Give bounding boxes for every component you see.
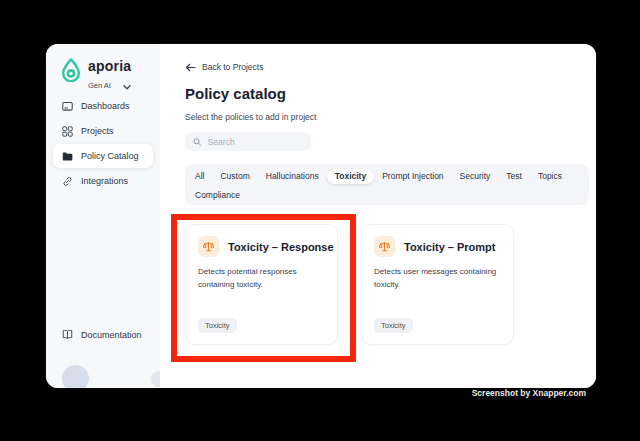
page-title: Policy catalog [185,85,286,102]
tab-prompt-injection[interactable]: Prompt Injection [374,169,451,184]
tab-security[interactable]: Security [452,169,499,184]
workspace-name: Gen AI [88,81,111,90]
sidebar: aporia Gen AI Dashboards [46,44,160,388]
book-icon [62,329,73,340]
card-tag-toxicity: Toxicity [374,318,413,333]
back-to-projects-link[interactable]: Back to Projects [185,62,263,72]
policy-card-toxicity-prompt[interactable]: Toxicity – Prompt Detects user messages … [361,224,514,345]
aporia-logo-icon [61,58,81,86]
workspace-switcher[interactable]: Gen AI [88,76,131,94]
scales-icon [374,236,395,257]
search-icon [193,137,202,147]
main-content: Back to Projects Policy catalog Select t… [160,44,596,388]
sidebar-item-label: Policy Catalog [81,151,139,161]
sidebar-item-label: Dashboards [81,101,130,111]
documentation-label: Documentation [81,330,142,340]
watermark-text: Screenshot by Xnapper.com [472,388,586,398]
brand-name: aporia [88,58,131,74]
card-tag-toxicity: Toxicity [198,318,237,333]
card-title: Toxicity – Prompt [404,241,495,253]
tab-custom[interactable]: Custom [212,169,257,184]
tab-toxicity[interactable]: Toxicity [327,169,375,184]
sidebar-nav: Dashboards Projects Policy Catalog [53,94,153,193]
brand: aporia Gen AI [61,58,131,94]
link-icon [62,176,73,187]
category-filter-tabs: All Custom Hallucinations Toxicity Promp… [185,164,589,205]
card-description: Detects potential responses containing t… [198,266,327,292]
chevron-down-icon [123,76,131,94]
policy-card-toxicity-response[interactable]: Toxicity – Response Detects potential re… [185,224,338,345]
sidebar-item-dashboards[interactable]: Dashboards [53,94,153,118]
dashboard-icon [62,101,73,112]
search-box[interactable] [185,132,311,151]
sidebar-item-integrations[interactable]: Integrations [53,169,153,193]
tab-compliance[interactable]: Compliance [187,188,248,203]
avatar[interactable] [62,365,89,388]
arrow-left-icon [185,63,196,72]
sidebar-item-policy-catalog[interactable]: Policy Catalog [53,144,153,168]
tab-topics[interactable]: Topics [530,169,570,184]
sidebar-item-projects[interactable]: Projects [53,119,153,143]
sidebar-item-label: Projects [81,126,114,136]
card-header: Toxicity – Prompt [374,236,503,257]
grid-icon [62,126,73,137]
page-subtitle: Select the policies to add in project [185,112,316,122]
app-window: aporia Gen AI Dashboards [46,44,596,388]
folder-icon [62,151,73,162]
card-header: Toxicity – Response [198,236,327,257]
search-input[interactable] [208,137,303,147]
tab-test[interactable]: Test [498,169,530,184]
card-description: Detects user messages containing toxicit… [374,266,503,292]
tabs-row-1: All Custom Hallucinations Toxicity Promp… [187,168,587,184]
tabs-row-2: Compliance [187,187,587,203]
card-title: Toxicity – Response [228,241,334,253]
sidebar-item-documentation[interactable]: Documentation [62,329,142,340]
policy-cards: Toxicity – Response Detects potential re… [185,224,514,345]
tab-hallucinations[interactable]: Hallucinations [258,169,327,184]
back-link-label: Back to Projects [202,62,263,72]
tab-all[interactable]: All [187,169,212,184]
scales-icon [198,236,219,257]
sidebar-item-label: Integrations [81,176,128,186]
